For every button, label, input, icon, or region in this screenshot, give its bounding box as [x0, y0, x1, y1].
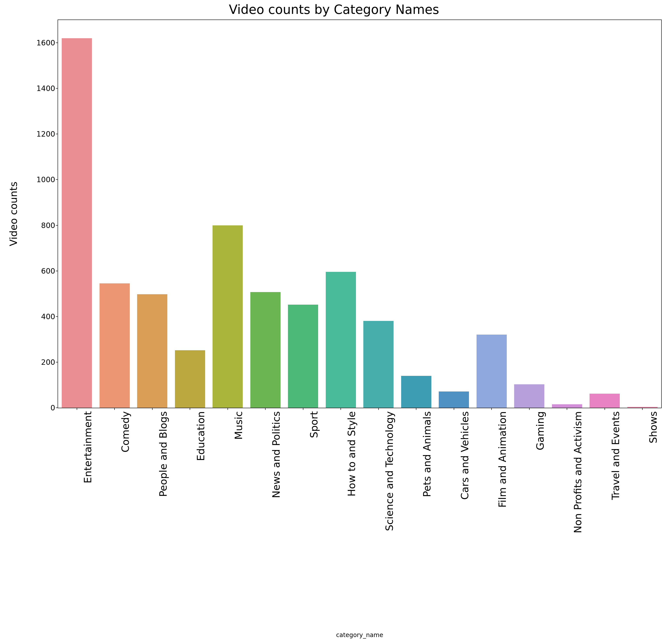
- ytick-label: 1000: [12, 175, 55, 184]
- xtick-mark: [152, 408, 153, 410]
- xtick-mark: [114, 408, 115, 410]
- ytick-label: 0: [12, 404, 55, 412]
- bar: [326, 272, 356, 408]
- ytick-label: 800: [12, 221, 55, 230]
- bar: [590, 394, 620, 408]
- plot-area: [58, 19, 662, 408]
- xtick-label: Education: [195, 411, 207, 628]
- bar: [514, 384, 544, 408]
- xtick-label: Pets and Animals: [421, 411, 433, 628]
- ytick-label: 1600: [12, 38, 55, 47]
- xtick-label: How to and Style: [346, 411, 358, 628]
- xtick-mark: [190, 408, 190, 410]
- ytick-label: 1200: [12, 130, 55, 138]
- xtick-label: Entertainment: [82, 411, 94, 628]
- ytick-mark: [56, 271, 58, 271]
- xtick-label: People and Blogs: [157, 411, 169, 628]
- bar: [552, 404, 582, 408]
- xtick-label: Music: [233, 411, 244, 628]
- xtick-mark: [491, 408, 492, 410]
- ytick-label: 600: [12, 267, 55, 275]
- ytick-mark: [56, 134, 58, 134]
- bar: [288, 304, 318, 408]
- ytick-mark: [56, 362, 58, 362]
- ytick-mark: [56, 88, 58, 89]
- xtick-mark: [265, 408, 265, 410]
- chart-title: Video counts by Category Names: [0, 2, 668, 17]
- xtick-mark: [605, 408, 605, 410]
- bar: [476, 334, 507, 408]
- xtick-mark: [529, 408, 530, 410]
- chart-figure: Video counts by Category Names Video cou…: [0, 0, 668, 644]
- xtick-mark: [416, 408, 416, 410]
- bar: [62, 38, 92, 408]
- bar: [137, 294, 167, 408]
- bar: [213, 225, 243, 408]
- bar: [250, 292, 280, 408]
- xtick-mark: [454, 408, 454, 410]
- xtick-label: Gaming: [534, 411, 546, 628]
- ytick-mark: [56, 179, 58, 180]
- ytick-label: 400: [12, 312, 55, 321]
- xtick-label: Film and Animation: [497, 411, 508, 628]
- bar: [439, 392, 469, 408]
- xtick-mark: [228, 408, 228, 410]
- xtick-label: Non Profits and Activism: [572, 411, 584, 628]
- xtick-mark: [303, 408, 303, 410]
- ytick-mark: [56, 225, 58, 225]
- xtick-label: Comedy: [120, 411, 131, 628]
- ytick-mark: [56, 43, 58, 43]
- xtick-label: Science and Technology: [383, 411, 395, 628]
- xtick-mark: [77, 408, 77, 410]
- xtick-mark: [567, 408, 567, 410]
- bar: [175, 350, 205, 408]
- ytick-label: 200: [12, 358, 55, 366]
- xtick-mark: [642, 408, 642, 410]
- x-axis-label: category_name: [58, 631, 662, 639]
- ytick-mark: [56, 316, 58, 317]
- ytick-mark: [56, 408, 58, 408]
- ytick-label: 1400: [12, 84, 55, 93]
- xtick-label: Travel and Events: [610, 411, 622, 628]
- xtick-mark: [340, 408, 341, 410]
- y-axis-label: Video counts: [7, 19, 21, 408]
- xtick-label: Sport: [308, 411, 320, 628]
- xtick-label: Shows: [647, 411, 659, 628]
- bar: [100, 283, 130, 408]
- xtick-mark: [378, 408, 379, 410]
- bar: [401, 376, 431, 408]
- bar: [363, 321, 394, 408]
- xtick-label: Cars and Vehicles: [459, 411, 471, 628]
- xtick-label: News and Politics: [270, 411, 282, 628]
